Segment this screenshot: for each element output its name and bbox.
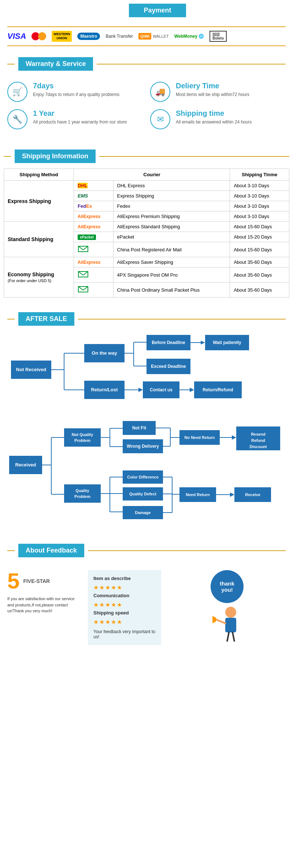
- fedex-name: Fedex: [113, 201, 230, 211]
- five-star-label: FIVE-STAR: [23, 578, 50, 584]
- warranty-desc-3: All products have 1 year warranty from o…: [33, 119, 127, 125]
- shipping-header: Shipping Information: [4, 149, 289, 163]
- china-ordinary-time: About 35-60 Days: [230, 282, 289, 298]
- warranty-text-4: Shipping time All emails be answered wit…: [176, 109, 252, 125]
- china-ordinary-name: China Post Ordinary Small Packet Plus: [113, 282, 230, 298]
- payment-header: Payment: [129, 4, 186, 17]
- feedback-middle: Item as describe ★ ★ ★ ★ ★ Communication…: [88, 570, 161, 645]
- star-1: ★: [93, 584, 99, 591]
- svg-rect-94: [225, 618, 236, 632]
- warranty-desc-2: Most items will be ship within72 hours: [176, 92, 249, 98]
- thankyou-container: thank you!: [211, 570, 244, 642]
- svg-text:Return/Lost: Return/Lost: [91, 387, 118, 392]
- svg-line-98: [227, 632, 229, 642]
- 4px-time: About 35-60 Days: [230, 267, 289, 282]
- header-line-left: [7, 64, 15, 64]
- svg-text:Wrong Delivery: Wrong Delivery: [127, 444, 159, 449]
- ali-saver-name: AliExpress Saver Shipping: [113, 257, 230, 267]
- feedback-note: Your feedback very important to us!: [93, 629, 156, 639]
- western-union-icon: WESTERNUNION: [52, 31, 72, 42]
- feedback-desc: If you are satisfaction with our service…: [7, 596, 81, 614]
- ali-standard-time: About 15-60 Days: [230, 222, 289, 232]
- aftersale-title: AFTER SALE: [18, 312, 74, 326]
- header-line-right: [97, 64, 286, 64]
- person-illustration: [212, 605, 242, 642]
- feedback-line-right: [88, 550, 286, 551]
- svg-point-93: [225, 607, 236, 618]
- shipping-line-right: [99, 156, 289, 157]
- svg-line-8: [83, 287, 88, 290]
- star-4: ★: [111, 584, 116, 591]
- svg-text:Quality Defect: Quality Defect: [129, 492, 156, 496]
- not-received-diagram: Not Received On the way Return/Lost Befo…: [7, 331, 286, 412]
- svg-text:Refund: Refund: [251, 438, 265, 443]
- star-2: ★: [99, 618, 104, 625]
- warranty-item-1: 🛒 7days Enjoy 7days to return if any qua…: [7, 82, 143, 102]
- star-3: ★: [105, 584, 110, 591]
- col-method: Shipping Method: [4, 169, 74, 181]
- dhl-logo: DHL: [78, 183, 88, 188]
- ali-saver-time: About 35-60 Days: [230, 257, 289, 267]
- svg-text:Return/Refund: Return/Refund: [203, 387, 233, 392]
- star-1: ★: [93, 618, 99, 625]
- 4px-name: 4PX Singapore Post OM Pro: [113, 267, 230, 282]
- fedex-time: About 3-10 Days: [230, 201, 289, 211]
- dhl-time: About 3-10 Days: [230, 181, 289, 191]
- svg-text:Resend: Resend: [251, 432, 266, 436]
- shipping-section: Shipping Information Shipping Method Cou…: [0, 149, 293, 305]
- feedback-line-left: [7, 550, 15, 551]
- received-diagram: Received Not Quality Problem Quality Pro…: [7, 415, 286, 525]
- china-post-time: About 15-60 Days: [230, 242, 289, 257]
- svg-rect-45: [64, 428, 101, 447]
- ems-name: Express Shipping: [113, 191, 230, 201]
- col-time: Shipping Tinme: [230, 169, 289, 181]
- aliexpress-standard-logo: AliExpress: [78, 224, 100, 229]
- svg-text:Received: Received: [15, 462, 36, 468]
- express-shipping-cell: Express Shipping: [4, 181, 74, 222]
- svg-line-1: [78, 246, 83, 250]
- star-5: ★: [117, 601, 122, 608]
- feedback-header: About Feedback: [7, 544, 286, 557]
- feedback-section: About Feedback 5 FIVE-STAR If you are sa…: [0, 544, 293, 660]
- aftersale-header: AFTER SALE: [7, 312, 286, 326]
- warranty-text-2: Deliery Time Most items will be ship wit…: [176, 82, 249, 98]
- warranty-desc-4: All emails be answered within 24 hours: [176, 119, 252, 125]
- china-ordinary-logo-cell: [74, 282, 113, 298]
- ali-premium-logo-cell: AliExpress: [74, 211, 113, 222]
- aftersale-line-left: [7, 319, 15, 320]
- svg-text:Not Fit: Not Fit: [132, 425, 146, 431]
- category-label-1: Item as describe: [93, 576, 156, 581]
- rating-number: 5: [7, 570, 19, 592]
- ali-saver-logo-cell: AliExpress: [74, 257, 113, 267]
- svg-text:Exceed Deadline: Exceed Deadline: [151, 364, 186, 369]
- star-3: ★: [105, 618, 110, 625]
- svg-marker-28: [201, 341, 205, 344]
- feedback-category-2: Communication ★ ★ ★ ★ ★: [93, 593, 156, 608]
- svg-marker-96: [212, 616, 216, 623]
- feedback-category-3: Shipping speed ★ ★ ★ ★ ★: [93, 610, 156, 625]
- thank-you-text: thank: [220, 580, 234, 587]
- svg-line-5: [83, 272, 88, 275]
- webmoney-icon: WebMoney 🌐: [174, 34, 204, 39]
- standard-shipping-cell: Standard Shipping: [4, 222, 74, 257]
- warranty-item-4: ✉ Shipping time All emails be answered w…: [150, 109, 286, 129]
- svg-marker-32: [138, 388, 143, 392]
- star-5: ★: [117, 618, 122, 625]
- warranty-text-3: 1 Year All products have 1 year warranty…: [33, 109, 127, 125]
- thank-you-bubble: thank you!: [211, 570, 244, 603]
- star-2: ★: [99, 601, 104, 608]
- table-row: Standard Shipping AliExpress AliExpress …: [4, 222, 289, 232]
- star-4: ★: [111, 601, 116, 608]
- epacket-name: ePacket: [113, 232, 230, 242]
- ali-standard-logo-cell: AliExpress: [74, 222, 113, 232]
- warranty-header: Warranty & Service: [7, 57, 286, 71]
- shipping-title: Shipping Information: [15, 149, 96, 163]
- svg-text:Problem: Problem: [74, 438, 90, 443]
- feedback-right: thank you!: [168, 570, 286, 642]
- wrench-icon: 🔧: [7, 109, 27, 129]
- svg-line-99: [233, 632, 234, 642]
- col-courier: Courier: [74, 169, 230, 181]
- ems-time: About 3-10 Days: [230, 191, 289, 201]
- stars-row-2: ★ ★ ★ ★ ★: [93, 601, 156, 608]
- feedback-content: 5 FIVE-STAR If you are satisfaction with…: [7, 563, 286, 652]
